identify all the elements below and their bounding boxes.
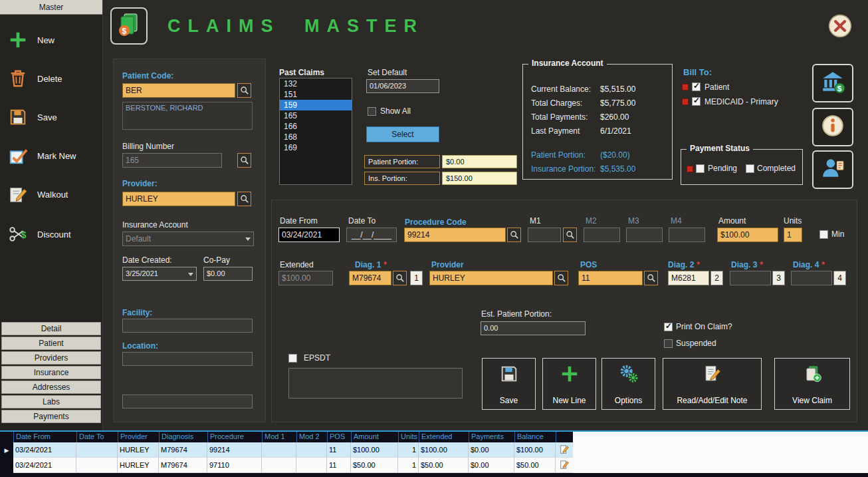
diag1-search-button[interactable] xyxy=(393,271,407,285)
list-item[interactable]: 132 xyxy=(280,79,352,89)
min-checkbox[interactable] xyxy=(819,230,828,239)
pos-input[interactable]: 11 xyxy=(578,271,643,285)
bill-to-patient-checkbox[interactable] xyxy=(692,82,701,91)
list-item-selected[interactable]: 159 xyxy=(280,100,352,110)
line-provider-search-button[interactable] xyxy=(554,271,568,285)
new-line-button[interactable]: New Line xyxy=(542,358,596,410)
pos-search-button[interactable] xyxy=(644,271,658,285)
walkout-button[interactable]: Walkout xyxy=(7,177,100,212)
options-button[interactable]: Options xyxy=(601,358,655,410)
grid-cell[interactable]: HURLEY xyxy=(118,458,159,473)
grid-cell[interactable]: $100.00 xyxy=(514,442,556,458)
insurance-bank-button[interactable]: $ xyxy=(812,64,853,102)
suspended-checkbox[interactable] xyxy=(664,339,673,348)
m1-search-button[interactable] xyxy=(563,228,577,242)
row-edit-button[interactable] xyxy=(556,458,573,473)
date-created-input[interactable]: 3/25/2021 xyxy=(122,267,197,281)
provider-input[interactable]: HURLEY xyxy=(122,192,235,206)
insurance-account-dropdown[interactable]: Default xyxy=(122,232,254,246)
list-item[interactable]: 169 xyxy=(280,142,352,153)
new-button[interactable]: New xyxy=(7,23,100,57)
patient-code-input[interactable]: BER xyxy=(122,83,235,98)
grid-col-header[interactable]: Mod 2 xyxy=(296,432,327,442)
patient-search-button[interactable] xyxy=(237,83,251,98)
sidebar-item-detail[interactable]: Detail xyxy=(1,322,101,335)
diag4-input[interactable] xyxy=(791,271,832,285)
sidebar-item-labs[interactable]: Labs xyxy=(1,395,101,408)
list-item[interactable]: 166 xyxy=(280,121,352,132)
grid-cell[interactable]: $50.00 xyxy=(419,458,469,473)
discount-button[interactable]: $ Discount xyxy=(7,217,100,251)
list-item[interactable]: 168 xyxy=(280,132,352,142)
grid-col-header[interactable]: Procedure xyxy=(207,432,262,442)
diag2-input[interactable]: M6281 xyxy=(668,271,709,285)
m1-input[interactable] xyxy=(528,228,561,242)
grid-cell[interactable]: M79674 xyxy=(159,442,207,458)
grid-cell[interactable] xyxy=(296,458,327,473)
read-add-edit-note-button[interactable]: Read/Add/Edit Note xyxy=(663,358,762,410)
delete-button[interactable]: Delete xyxy=(7,61,100,96)
select-button[interactable]: Select xyxy=(366,126,439,142)
grid-cell[interactable]: 03/24/2021 xyxy=(13,458,76,473)
sidebar-item-providers[interactable]: Providers xyxy=(1,351,101,365)
sidebar-item-payments[interactable]: Payments xyxy=(1,410,101,423)
grid-cell[interactable]: $50.00 xyxy=(351,458,398,473)
procedure-search-button[interactable] xyxy=(507,228,521,242)
date-from-input[interactable]: 03/24/2021 xyxy=(278,228,340,242)
sidebar-item-addresses[interactable]: Addresses xyxy=(1,381,101,394)
print-on-claim-checkbox[interactable] xyxy=(664,323,673,331)
grid-cell[interactable]: $0.00 xyxy=(469,442,514,458)
amount-input[interactable]: $100.00 xyxy=(717,228,778,242)
diag1-input[interactable]: M79674 xyxy=(349,271,391,285)
diag3-order-box[interactable]: 3 xyxy=(772,271,785,285)
diag3-input[interactable] xyxy=(730,271,771,285)
provider-search-button[interactable] xyxy=(237,192,251,206)
copay-input[interactable]: $0.00 xyxy=(203,267,253,281)
close-button[interactable] xyxy=(827,13,853,39)
grid-cell[interactable]: 1 xyxy=(398,442,419,458)
grid-cell[interactable]: $0.00 xyxy=(469,458,514,473)
ins-portion-input[interactable]: $150.00 xyxy=(442,172,517,185)
extended-input[interactable]: $100.00 xyxy=(278,271,333,285)
units-input[interactable]: 1 xyxy=(784,228,802,242)
grid-col-header[interactable]: Date To xyxy=(76,432,118,442)
billing-number-search-button[interactable] xyxy=(237,153,251,168)
grid-cell[interactable] xyxy=(76,458,118,473)
diag1-order-box[interactable]: 1 xyxy=(410,271,423,285)
grid-cell[interactable]: 03/24/2021 xyxy=(13,442,76,458)
grid-cell[interactable] xyxy=(76,442,118,458)
grid-col-header[interactable]: Diagnosis xyxy=(159,432,207,442)
grid-cell[interactable]: 11 xyxy=(327,458,351,473)
grid-col-header[interactable]: Balance xyxy=(514,432,556,442)
grid-cell[interactable]: $100.00 xyxy=(419,442,469,458)
completed-checkbox[interactable] xyxy=(746,164,754,173)
m4-input[interactable] xyxy=(669,228,705,242)
grid-col-header[interactable]: Amount xyxy=(351,432,398,442)
grid-cell[interactable]: $50.00 xyxy=(514,458,556,473)
grid-cell[interactable] xyxy=(296,442,327,458)
location-input[interactable] xyxy=(122,352,253,366)
row-edit-button[interactable] xyxy=(556,442,573,458)
grid-cell[interactable]: HURLEY xyxy=(118,442,159,458)
grid-col-header[interactable]: Date From xyxy=(13,432,76,442)
facility-input[interactable] xyxy=(122,319,253,333)
save-button[interactable]: Save xyxy=(7,100,100,134)
past-claims-list[interactable]: 132 151 159 165 166 168 169 xyxy=(279,78,352,185)
epsdt-textarea[interactable] xyxy=(288,368,463,398)
show-all-checkbox[interactable] xyxy=(368,107,376,116)
bill-to-medicaid-checkbox[interactable] xyxy=(692,97,701,106)
list-item[interactable]: 151 xyxy=(280,89,352,100)
billing-number-input[interactable]: 165 xyxy=(122,153,222,168)
grid-cell[interactable]: 1 xyxy=(398,458,419,473)
claims-master-icon-button[interactable]: $ xyxy=(110,7,148,45)
grid-cell[interactable] xyxy=(262,458,296,473)
line-provider-input[interactable]: HURLEY xyxy=(429,271,553,285)
grid-cell[interactable]: 97110 xyxy=(207,458,262,473)
grid-cell[interactable]: $100.00 xyxy=(351,442,398,458)
m3-input[interactable] xyxy=(626,228,663,242)
patient-info-button[interactable] xyxy=(812,150,853,189)
patient-portion-input[interactable]: $0.00 xyxy=(442,155,517,168)
grid-cell[interactable]: 99214 xyxy=(207,442,262,458)
info-button[interactable] xyxy=(812,108,853,146)
grid-col-header[interactable]: Extended xyxy=(419,432,469,442)
